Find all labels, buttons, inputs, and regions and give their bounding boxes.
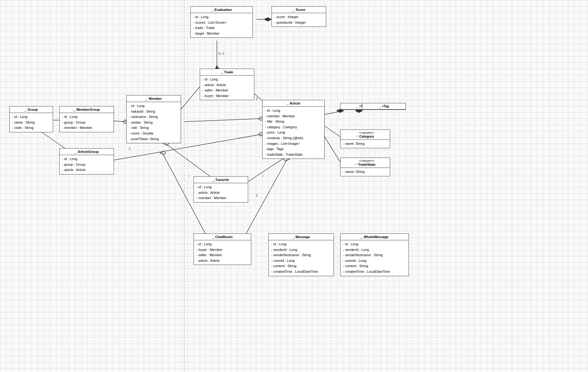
field: - member : Member — [196, 195, 245, 201]
field: - pushToken: String — [129, 136, 178, 142]
field: - seller : Member — [196, 252, 248, 258]
wholemessage-body: - id : Long - senderId : Long - senderNi… — [341, 240, 409, 276]
label-star-fav1: * — [189, 175, 190, 179]
collapse-icon: ⎯ — [292, 235, 294, 239]
field: - tradeState : TradeState — [265, 152, 322, 158]
collapse-icon: ⎯ — [211, 8, 213, 12]
box-member: ⎯ Member - id : Long - kakaoId : String … — [126, 95, 181, 143]
collapse-icon: ⎯ — [355, 161, 357, 164]
field: - id : Long — [193, 14, 250, 20]
field: - role : String — [129, 125, 178, 131]
field: - group : Group — [62, 120, 111, 125]
tradestate-body: - name: String — [341, 168, 390, 176]
field: - createdTime : LocalDateTime — [343, 269, 406, 275]
favorite-title: Favorite — [216, 178, 229, 182]
field: - contents : String (@lob) — [265, 135, 322, 141]
evaluation-body: - id : Long - scores : List<Score> - tra… — [191, 13, 252, 37]
collapse-icon: ⎯ — [73, 108, 75, 111]
member-title: Member — [149, 97, 162, 100]
trade-body: - id : Long - article : Article - seller… — [200, 76, 254, 100]
member-body: - id : Long - kakaoId : String - nicknam… — [127, 102, 181, 143]
field: - article : Article — [62, 167, 111, 173]
collapse-icon: ⎯ — [287, 102, 288, 105]
collapse-icon: ⎯ — [221, 71, 223, 74]
field: - price : Long — [265, 130, 322, 135]
field: - content : String — [343, 263, 406, 269]
field: - senderNickname : String — [271, 252, 331, 258]
field: - questionId : Integer — [274, 20, 323, 26]
box-tag: ⎯ +Tag — [362, 103, 406, 110]
score-body: - score : Integer - questionId : Integer — [272, 13, 326, 27]
diagram-canvas: 0..2 1 * 1 1 1 * * 1 1 1 ⎯ Evaluation - … — [0, 0, 588, 372]
svg-marker-29 — [160, 151, 166, 155]
box-chatroom: ⎯ ChatRoom - id : Long - buyer : Member … — [194, 233, 251, 265]
box-message: ⎯ Message - id : Long - senderId : Long … — [268, 233, 334, 276]
field: - id : Long — [62, 156, 111, 162]
trade-title: Trade — [224, 70, 233, 74]
field: - name : String — [12, 120, 50, 125]
box-articlegroup: ⎯ ArticleGroup - id : Long - group : Gro… — [59, 148, 114, 174]
box-trade: ⎯ Trade - id : Long - article : Article … — [200, 69, 254, 100]
field: - id : Long — [203, 77, 252, 82]
collapse-icon: ⎯ — [213, 178, 214, 182]
collapse-icon: ⎯ — [356, 105, 358, 108]
field: - member : Member — [62, 125, 111, 131]
field: - content : String — [271, 263, 331, 269]
svg-line-24 — [165, 144, 212, 178]
field: - seller : Member — [203, 88, 252, 93]
field: - id : Long — [343, 242, 406, 247]
group-title: Group — [28, 108, 38, 111]
membergroup-title: MemberGroup — [76, 108, 100, 111]
favorite-body: - id : Long - article : Article - member… — [194, 183, 248, 202]
svg-line-14 — [184, 119, 262, 122]
collapse-icon: ⎯ — [75, 150, 76, 154]
box-tradestate: ⎯ <<enum>> TradeState - name: String — [340, 158, 390, 176]
field: - roomId : Long — [271, 258, 331, 264]
article-body: - id : Long - member : Member - title : … — [262, 107, 324, 159]
field: - id : Long — [129, 103, 178, 109]
articlegroup-title: ArticleGroup — [78, 150, 99, 154]
field: - id : Long — [62, 114, 111, 120]
field: - createdTime : LocalDateTime — [271, 269, 331, 275]
field: - tags : Tags — [265, 146, 322, 152]
chatroom-title: ChatRoom — [215, 235, 233, 239]
field: - scores : List<Score> — [193, 20, 250, 26]
svg-line-22 — [101, 134, 262, 162]
field: - senderId : Long — [343, 247, 406, 253]
connectors-layer — [0, 0, 588, 372]
label-1-article-fav: 1 — [256, 193, 258, 197]
box-favorite: ⎯ Favorite - id : Long - article : Artic… — [194, 176, 248, 203]
field: - article : Article — [203, 82, 252, 88]
field: - senderNickname : String — [343, 252, 406, 258]
evaluation-title: Evaluation — [214, 8, 232, 12]
wholemessage-title: WholeMessage — [364, 235, 388, 239]
field: - images : List<Image> — [265, 141, 322, 147]
label-1-articlegroup: 1 — [129, 147, 130, 150]
field: - trade : Trade — [193, 25, 250, 31]
field: - article : Article — [196, 190, 245, 196]
field: - code : String — [12, 125, 50, 131]
field: - roomId : Long — [343, 258, 406, 264]
field: - id : Long — [271, 242, 331, 247]
label-02: 0..2 — [218, 51, 224, 55]
field: - buyer : Member — [196, 247, 248, 253]
field: - id : Long — [196, 242, 248, 247]
membergroup-body: - id : Long - group : Group - member : M… — [60, 113, 114, 132]
chatroom-body: - id : Long - buyer : Member - seller : … — [194, 240, 251, 265]
score-title: Score — [296, 8, 305, 12]
articlegroup-body: - id : Long - group : Group - article : … — [60, 155, 114, 174]
box-evaluation: ⎯ Evaluation - id : Long - scores : List… — [190, 6, 253, 38]
collapse-icon: ⎯ — [379, 105, 381, 108]
box-membergroup: ⎯ MemberGroup - id : Long - group : Grou… — [59, 106, 114, 132]
field: - article : Article — [196, 258, 248, 264]
category-title: <<enum>> Category — [359, 131, 374, 138]
box-category: ⎯ <<enum>> Category - name: String — [340, 130, 390, 148]
field: - senderId : Long — [271, 247, 331, 253]
tag-title: +Tag — [382, 105, 389, 108]
collapse-icon: ⎯ — [212, 235, 214, 239]
message-title: Message — [296, 235, 310, 239]
label-star-fav2: * — [262, 175, 263, 179]
field: - id : Long — [265, 108, 322, 114]
field: - nickname : String — [129, 114, 178, 120]
box-wholemessage: ⎯ WholeMessage - id : Long - senderId : … — [340, 233, 409, 276]
